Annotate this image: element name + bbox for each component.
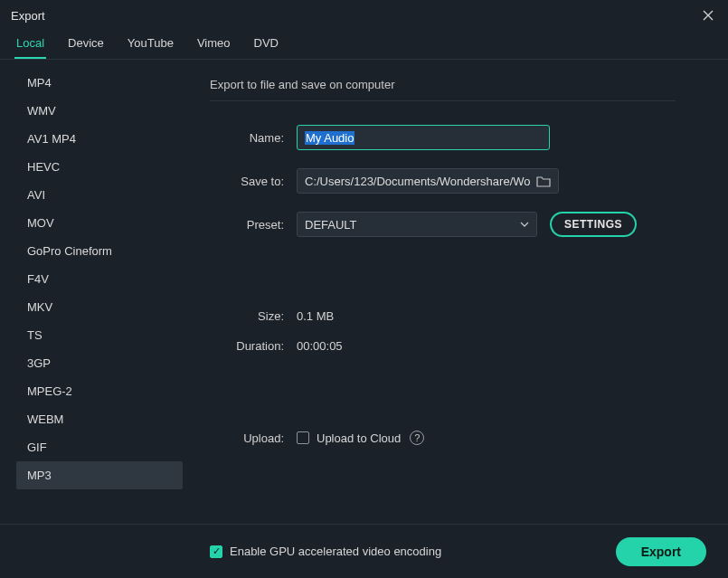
export-form: Name: My Audio Save to: C:/Users/123/Doc… <box>210 125 676 445</box>
name-label: Name: <box>210 131 297 145</box>
preset-select[interactable]: DEFAULT <box>297 212 537 237</box>
export-description: Export to file and save on computer <box>210 78 676 101</box>
preset-label: Preset: <box>210 218 297 232</box>
main-panel: Export to file and save on computer Name… <box>183 60 728 524</box>
settings-button[interactable]: SETTINGS <box>550 212 637 237</box>
saveto-field[interactable]: C:/Users/123/Documents/Wondershare/Wo <box>297 168 559 194</box>
tab-device[interactable]: Device <box>66 36 106 59</box>
duration-label: Duration: <box>210 339 297 353</box>
tab-vimeo[interactable]: Vimeo <box>195 36 232 59</box>
format-item-mp3[interactable]: MP3 <box>16 461 183 489</box>
preset-row: Preset: DEFAULT SETTINGS <box>210 212 676 237</box>
close-button[interactable] <box>699 6 717 24</box>
size-label: Size: <box>210 309 297 323</box>
footer: ✓ Enable GPU accelerated video encoding … <box>0 524 728 578</box>
help-icon[interactable]: ? <box>410 431 424 445</box>
export-button[interactable]: Export <box>616 537 706 566</box>
saveto-label: Save to: <box>210 175 297 188</box>
format-sidebar: MP4WMVAV1 MP4HEVCAVIMOVGoPro CineformF4V… <box>0 60 183 524</box>
format-item-gif[interactable]: GIF <box>16 433 183 461</box>
format-item-av1-mp4[interactable]: AV1 MP4 <box>16 125 183 153</box>
close-icon <box>703 10 714 21</box>
format-item-mkv[interactable]: MKV <box>16 293 183 321</box>
duration-row: Duration: 00:00:05 <box>210 339 676 353</box>
format-item-3gp[interactable]: 3GP <box>16 349 183 377</box>
upload-checkbox-label: Upload to Cloud <box>317 431 401 445</box>
upload-row: Upload: Upload to Cloud ? <box>210 431 676 445</box>
saveto-value: C:/Users/123/Documents/Wondershare/Wo <box>305 175 531 188</box>
format-item-wmv[interactable]: WMV <box>16 97 183 125</box>
format-item-mpeg-2[interactable]: MPEG-2 <box>16 377 183 405</box>
format-item-mp4[interactable]: MP4 <box>16 69 183 97</box>
format-item-mov[interactable]: MOV <box>16 209 183 237</box>
gpu-row: ✓ Enable GPU accelerated video encoding <box>210 545 441 558</box>
tab-dvd[interactable]: DVD <box>252 36 280 59</box>
tab-youtube[interactable]: YouTube <box>126 36 175 59</box>
format-list: MP4WMVAV1 MP4HEVCAVIMOVGoPro CineformF4V… <box>16 69 183 489</box>
export-dialog: Export LocalDeviceYouTubeVimeoDVD MP4WMV… <box>0 0 728 578</box>
preset-value: DEFAULT <box>305 218 515 232</box>
titlebar: Export <box>0 0 728 31</box>
duration-value: 00:00:05 <box>297 339 343 353</box>
upload-label: Upload: <box>210 431 297 445</box>
format-item-ts[interactable]: TS <box>16 321 183 349</box>
name-input-text: My Audio <box>305 131 355 145</box>
format-item-gopro-cineform[interactable]: GoPro Cineform <box>16 237 183 265</box>
folder-icon[interactable] <box>536 175 551 187</box>
format-item-f4v[interactable]: F4V <box>16 265 183 293</box>
tab-local[interactable]: Local <box>14 36 46 59</box>
window-title: Export <box>11 9 45 23</box>
format-item-hevc[interactable]: HEVC <box>16 153 183 181</box>
size-row: Size: 0.1 MB <box>210 309 676 323</box>
chevron-down-icon <box>520 222 529 227</box>
gpu-label: Enable GPU accelerated video encoding <box>230 545 441 558</box>
size-value: 0.1 MB <box>297 309 334 323</box>
export-tabs: LocalDeviceYouTubeVimeoDVD <box>0 31 728 60</box>
format-item-avi[interactable]: AVI <box>16 181 183 209</box>
saveto-row: Save to: C:/Users/123/Documents/Wondersh… <box>210 168 676 194</box>
gpu-checkbox[interactable]: ✓ <box>210 545 222 558</box>
upload-checkbox[interactable] <box>297 431 309 444</box>
check-icon: ✓ <box>213 546 221 556</box>
content-area: MP4WMVAV1 MP4HEVCAVIMOVGoPro CineformF4V… <box>0 60 728 524</box>
name-row: Name: My Audio <box>210 125 676 150</box>
name-field[interactable]: My Audio <box>297 125 550 150</box>
format-item-webm[interactable]: WEBM <box>16 405 183 433</box>
